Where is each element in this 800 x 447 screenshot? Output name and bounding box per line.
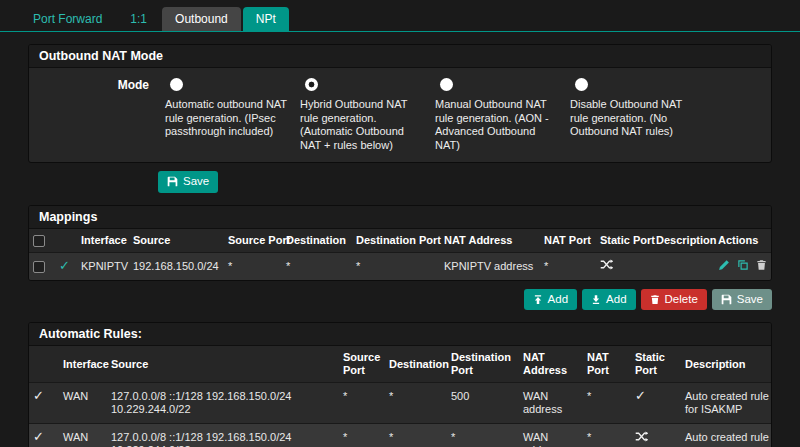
arrow-down-icon (591, 294, 601, 305)
col-destination-port: Destination Port (447, 346, 519, 383)
tab-npt[interactable]: NPt (243, 7, 289, 31)
add-rule-top-button[interactable]: Add (524, 289, 577, 311)
mode-label: Mode (29, 77, 165, 152)
col-static-port: Static Port (596, 229, 652, 253)
mapping-source-port: * (224, 252, 282, 280)
automatic-rules-panel: Automatic Rules: Interface Source Source… (28, 322, 772, 447)
trash-icon (650, 294, 660, 305)
save-mode-button[interactable]: Save (158, 171, 218, 193)
add-bottom-label: Add (606, 294, 626, 306)
col-nat-address: NAT Address (440, 229, 540, 253)
tab-1-1[interactable]: 1:1 (117, 7, 160, 31)
shuffle-icon (600, 259, 613, 270)
mode-option-manual-label: Manual Outbound NAT rule generation. (AO… (435, 98, 562, 152)
add-top-label: Add (548, 294, 568, 306)
rule-source-port: * (339, 383, 385, 424)
col-source: Source (129, 229, 224, 253)
mapping-nat-address: KPNIPTV address (440, 252, 540, 280)
save-mappings-button[interactable]: Save (712, 289, 772, 311)
rule-destination-port: 500 (447, 383, 519, 424)
arrow-up-icon (533, 294, 543, 305)
mapping-row: ✓ KPNIPTV 192.168.150.0/24 * * * KPNIPTV… (29, 252, 772, 280)
outbound-nat-mode-title: Outbound NAT Mode (29, 45, 771, 68)
rule-interface: WAN (59, 383, 107, 424)
mappings-header-row: Interface Source Source Port Destination… (29, 229, 772, 253)
save-mode-label: Save (183, 176, 209, 188)
rule-destination-port: * (447, 424, 519, 447)
mapping-destination-port: * (352, 252, 440, 280)
shuffle-icon (635, 431, 648, 442)
nat-outbound-page: Port Forward 1:1 Outbound NPt Outbound N… (0, 0, 800, 447)
col-actions: Actions (714, 229, 772, 253)
rule-nat-port: * (583, 424, 631, 447)
save-icon (167, 176, 178, 187)
mode-radio-disable[interactable] (575, 78, 588, 91)
save-icon (721, 294, 732, 305)
delete-selected-button[interactable]: Delete (641, 289, 707, 311)
rule-destination: * (385, 424, 447, 447)
col-static-port: Static Port (631, 346, 681, 383)
copy-mapping-button[interactable] (737, 259, 749, 271)
tab-outbound[interactable]: Outbound (162, 7, 241, 31)
mappings-table: Interface Source Source Port Destination… (29, 229, 772, 280)
delete-mapping-button[interactable] (756, 259, 767, 271)
mapping-destination: * (282, 252, 352, 280)
mappings-button-row: Add Add Delete Save (28, 289, 772, 311)
automatic-rules-header-row: Interface Source Source Port Destination… (29, 346, 772, 383)
add-rule-bottom-button[interactable]: Add (582, 289, 635, 311)
tab-port-forward[interactable]: Port Forward (20, 7, 115, 31)
mode-option-disable: Disable Outbound NAT rule generation. (N… (570, 77, 705, 152)
mode-radio-hybrid[interactable] (305, 78, 318, 91)
mapping-source: 192.168.150.0/24 (129, 252, 224, 280)
col-destination: Destination (385, 346, 447, 383)
col-source: Source (107, 346, 339, 383)
mapping-nat-port: * (540, 252, 596, 280)
nat-tab-bar: Port Forward 1:1 Outbound NPt (0, 0, 800, 32)
rule-source: 127.0.0.0/8 ::1/128 192.168.150.0/24 10.… (107, 383, 339, 424)
mappings-title: Mappings (29, 206, 771, 229)
outbound-nat-mode-panel: Outbound NAT Mode Mode Automatic outboun… (28, 44, 772, 163)
col-source-port: Source Port (339, 346, 385, 383)
col-destination-port: Destination Port (352, 229, 440, 253)
mode-option-manual: Manual Outbound NAT rule generation. (AO… (435, 77, 570, 152)
static-port-check-icon: ✓ (635, 388, 646, 403)
mode-radio-automatic[interactable] (170, 78, 183, 91)
mode-options: Automatic outbound NAT rule generation. … (165, 77, 771, 152)
mode-option-hybrid: Hybrid Outbound NAT rule generation. (Au… (300, 77, 435, 152)
col-description: Description (681, 346, 772, 383)
mode-option-automatic-label: Automatic outbound NAT rule generation. … (165, 98, 292, 139)
rule-description: Auto created rule (681, 424, 772, 447)
rule-description: Auto created rule for ISAKMP (681, 383, 772, 424)
mode-option-disable-label: Disable Outbound NAT rule generation. (N… (570, 98, 697, 139)
rule-nat-port: * (583, 383, 631, 424)
rule-destination: * (385, 383, 447, 424)
rule-nat-address: WAN address (519, 424, 583, 447)
rule-enabled-check-icon: ✓ (33, 429, 44, 444)
status-column-header (29, 346, 59, 383)
row-select-checkbox[interactable] (33, 261, 45, 273)
mode-option-hybrid-label: Hybrid Outbound NAT rule generation. (Au… (300, 98, 427, 152)
mode-option-automatic: Automatic outbound NAT rule generation. … (165, 77, 300, 152)
col-nat-port: NAT Port (540, 229, 596, 253)
automatic-rules-title: Automatic Rules: (29, 323, 771, 346)
rule-source: 127.0.0.0/8 ::1/128 192.168.150.0/24 10.… (107, 424, 339, 447)
mode-radio-manual[interactable] (440, 78, 453, 91)
col-nat-address: NAT Address (519, 346, 583, 383)
mode-form-row: Mode Automatic outbound NAT rule generat… (29, 68, 771, 162)
col-description: Description (652, 229, 714, 253)
rule-enabled-check-icon[interactable]: ✓ (59, 258, 70, 273)
rule-nat-address: WAN address (519, 383, 583, 424)
col-destination: Destination (282, 229, 352, 253)
mappings-panel: Mappings Interface Source Source Port De… (28, 205, 772, 281)
mapping-description (652, 252, 714, 280)
automatic-rule-row: ✓ WAN 127.0.0.0/8 ::1/128 192.168.150.0/… (29, 383, 772, 424)
col-nat-port: NAT Port (583, 346, 631, 383)
rule-source-port: * (339, 424, 385, 447)
edit-mapping-button[interactable] (718, 259, 730, 271)
col-source-port: Source Port (224, 229, 282, 253)
status-column-header (55, 229, 77, 253)
delete-label: Delete (665, 294, 698, 306)
select-all-checkbox[interactable] (33, 235, 45, 247)
mode-save-row: Save (158, 171, 800, 193)
automatic-rule-row: ✓ WAN 127.0.0.0/8 ::1/128 192.168.150.0/… (29, 424, 772, 447)
